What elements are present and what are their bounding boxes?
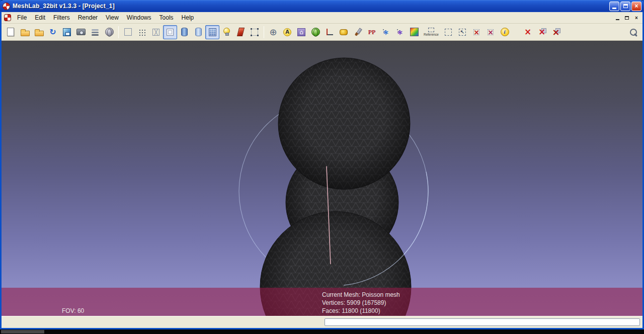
point-sparkle2-icon: *	[395, 27, 405, 37]
poisson-mesh	[260, 58, 411, 316]
new-document-button[interactable]	[4, 25, 18, 39]
light-icon	[221, 27, 231, 37]
meshlab-logo-icon	[3, 3, 10, 10]
current-mesh-label: Current Mesh: Poisson mesh	[322, 291, 400, 299]
mdi-close-icon: ×	[635, 15, 638, 21]
wireframe-button[interactable]: ╳	[149, 25, 163, 39]
title-bar: MeshLab_32bit v1.3.3 - [Project_1] ×	[0, 0, 644, 12]
window-title: MeshLab_32bit v1.3.3 - [Project_1]	[13, 3, 609, 10]
dashed-selection-button[interactable]	[441, 25, 455, 39]
texture-button[interactable]	[205, 25, 219, 39]
reference-button[interactable]: Reference	[421, 25, 441, 39]
point-sparkle2-button[interactable]: *	[393, 25, 407, 39]
hidden-lines-button[interactable]	[163, 25, 177, 39]
trackball-button[interactable]: ⊕	[266, 25, 280, 39]
snapshot-icon	[76, 27, 86, 37]
new-document-icon	[6, 27, 16, 37]
maximize-icon	[623, 4, 628, 8]
menu-view[interactable]: View	[102, 13, 123, 23]
save-mesh-button[interactable]	[60, 25, 74, 39]
menu-file[interactable]: File	[13, 13, 31, 23]
delete-red-x-button[interactable]: ×	[521, 25, 535, 39]
close-button[interactable]: ×	[631, 2, 641, 11]
snapshot-button[interactable]	[74, 25, 88, 39]
red-arrows2-icon: ×	[486, 27, 496, 37]
globe-icon	[104, 27, 114, 37]
pp-button[interactable]: PP	[365, 25, 379, 39]
open-project-button[interactable]	[18, 25, 32, 39]
flat-shading-icon	[179, 27, 189, 37]
green-globe-button[interactable]	[308, 25, 323, 39]
flat-shading-button[interactable]	[177, 25, 191, 39]
main-toolbar: ↻ ╳ ⊕ A ⌂ PP * * Reference ↖ ×	[2, 24, 642, 41]
mesh-edges-button[interactable]	[248, 25, 262, 39]
texture-icon	[207, 27, 217, 37]
home-icon: ⌂	[296, 27, 306, 37]
search-icon	[628, 27, 638, 37]
reference-icon	[428, 28, 434, 32]
status-bar	[2, 316, 642, 328]
minimize-button[interactable]	[609, 2, 619, 11]
mdi-close-button[interactable]: ×	[632, 14, 641, 22]
close-icon: ×	[634, 3, 638, 10]
axes-icon	[325, 27, 335, 37]
mdi-restore-button[interactable]	[622, 14, 631, 22]
dashed-selection-arrow-button[interactable]: ↖	[455, 25, 469, 39]
bounding-box-icon	[123, 27, 133, 37]
mdi-restore-icon	[625, 16, 629, 20]
red-arrows-button[interactable]: ×	[469, 25, 484, 39]
axes-button[interactable]	[323, 25, 337, 39]
hud-band: FOV: 60 FPS: 64.5 Current Mesh: Poisson …	[2, 288, 642, 316]
red-arrows-icon: ×	[471, 27, 481, 37]
delete-red-x3-button[interactable]: ×	[549, 25, 563, 39]
maximize-button[interactable]	[620, 2, 630, 11]
light-button[interactable]	[219, 25, 233, 39]
progress-bar	[325, 318, 640, 326]
dashed-selection-icon	[443, 27, 453, 37]
menu-render[interactable]: Render	[74, 13, 102, 23]
desktop-strip	[0, 329, 644, 334]
color-gradient-button[interactable]	[407, 25, 421, 39]
layers-icon	[90, 27, 100, 37]
point-sparkle-button[interactable]: *	[379, 25, 393, 39]
menu-filters[interactable]: Filters	[49, 13, 74, 23]
toolbar-separator	[264, 26, 264, 38]
red-arrows2-button[interactable]: ×	[484, 25, 498, 39]
backface-icon	[235, 27, 246, 37]
fov-value: FOV: 60	[62, 307, 92, 315]
gold-button[interactable]	[337, 25, 351, 39]
menu-windows[interactable]: Windows	[123, 13, 155, 23]
gold-icon	[339, 27, 349, 37]
label-a-button[interactable]: A	[280, 25, 294, 39]
minimize-icon	[612, 8, 616, 9]
project-window-icon	[4, 14, 11, 21]
save-mesh-icon	[62, 27, 72, 37]
import-mesh-icon	[34, 27, 44, 37]
open-project-icon	[20, 27, 30, 37]
search-button[interactable]	[626, 25, 640, 39]
backface-button[interactable]	[233, 25, 248, 39]
smooth-shading-button[interactable]	[191, 25, 205, 39]
globe-button[interactable]	[102, 25, 116, 39]
hidden-lines-icon	[165, 27, 175, 37]
pp-icon: PP	[367, 27, 377, 37]
delete-red-x2-button[interactable]: ×	[535, 25, 549, 39]
points-button[interactable]	[135, 25, 149, 39]
reload-button[interactable]: ↻	[46, 25, 60, 39]
info-button[interactable]: i	[498, 25, 512, 39]
menu-bar: File Edit Filters Render View Windows To…	[2, 12, 642, 24]
mdi-minimize-button[interactable]	[613, 14, 622, 22]
mdi-minimize-icon	[616, 19, 619, 20]
home-button[interactable]: ⌂	[294, 25, 308, 39]
paintbrush-button[interactable]	[351, 25, 365, 39]
menu-tools[interactable]: Tools	[155, 13, 178, 23]
menu-edit[interactable]: Edit	[31, 13, 49, 23]
bounding-box-button[interactable]	[121, 25, 135, 39]
mesh-canvas	[2, 41, 642, 316]
hud-fov-fps: FOV: 60 FPS: 64.5	[62, 291, 92, 316]
delete-red-x2-icon: ×	[537, 27, 547, 37]
gl-viewport[interactable]: FOV: 60 FPS: 64.5 Current Mesh: Poisson …	[2, 41, 642, 316]
menu-help[interactable]: Help	[178, 13, 198, 23]
import-mesh-button[interactable]	[32, 25, 46, 39]
layers-button[interactable]	[88, 25, 102, 39]
